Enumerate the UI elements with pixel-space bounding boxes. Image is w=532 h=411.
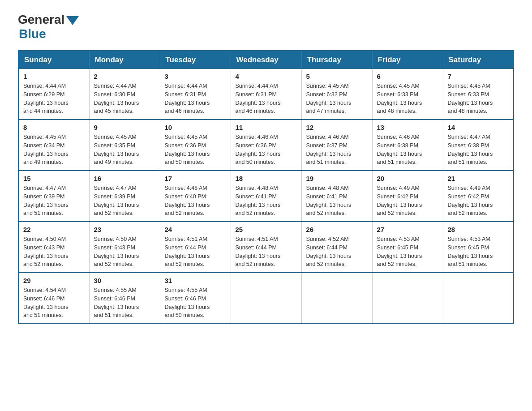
day-info: Sunrise: 4:45 AM Sunset: 6:33 PM Dayligh… (377, 82, 438, 116)
day-header-sunday: Sunday (18, 51, 89, 69)
day-number: 19 (306, 175, 368, 182)
calendar-cell: 9 Sunrise: 4:45 AM Sunset: 6:35 PM Dayli… (89, 120, 160, 171)
day-info: Sunrise: 4:44 AM Sunset: 6:30 PM Dayligh… (94, 82, 155, 116)
day-number: 20 (377, 175, 438, 182)
calendar-cell: 1 Sunrise: 4:44 AM Sunset: 6:29 PM Dayli… (18, 69, 89, 120)
day-info: Sunrise: 4:52 AM Sunset: 6:44 PM Dayligh… (306, 235, 368, 269)
day-number: 6 (377, 73, 438, 80)
calendar-cell (301, 273, 372, 324)
calendar-cell: 22 Sunrise: 4:50 AM Sunset: 6:43 PM Dayl… (18, 222, 89, 273)
calendar-cell: 26 Sunrise: 4:52 AM Sunset: 6:44 PM Dayl… (301, 222, 372, 273)
logo: General Blue (18, 13, 79, 41)
calendar-week-row: 22 Sunrise: 4:50 AM Sunset: 6:43 PM Dayl… (18, 222, 514, 273)
day-info: Sunrise: 4:50 AM Sunset: 6:43 PM Dayligh… (94, 235, 155, 269)
day-info: Sunrise: 4:44 AM Sunset: 6:29 PM Dayligh… (23, 82, 85, 116)
calendar-cell: 25 Sunrise: 4:51 AM Sunset: 6:44 PM Dayl… (231, 222, 301, 273)
calendar-cell: 30 Sunrise: 4:55 AM Sunset: 6:46 PM Dayl… (89, 273, 160, 324)
calendar-cell (231, 273, 301, 324)
day-info: Sunrise: 4:49 AM Sunset: 6:42 PM Dayligh… (377, 184, 438, 218)
day-number: 1 (23, 73, 85, 80)
day-info: Sunrise: 4:45 AM Sunset: 6:36 PM Dayligh… (165, 133, 226, 167)
calendar-cell: 13 Sunrise: 4:46 AM Sunset: 6:38 PM Dayl… (372, 120, 443, 171)
calendar-table: SundayMondayTuesdayWednesdayThursdayFrid… (18, 50, 514, 324)
day-info: Sunrise: 4:47 AM Sunset: 6:39 PM Dayligh… (94, 184, 155, 218)
day-number: 28 (448, 226, 509, 233)
day-header-saturday: Saturday (443, 51, 514, 69)
day-info: Sunrise: 4:46 AM Sunset: 6:38 PM Dayligh… (377, 133, 438, 167)
calendar-cell: 20 Sunrise: 4:49 AM Sunset: 6:42 PM Dayl… (372, 171, 443, 222)
day-number: 29 (23, 277, 85, 284)
day-info: Sunrise: 4:44 AM Sunset: 6:31 PM Dayligh… (236, 82, 297, 116)
day-number: 15 (23, 175, 85, 182)
day-number: 26 (306, 226, 368, 233)
day-info: Sunrise: 4:46 AM Sunset: 6:37 PM Dayligh… (306, 133, 368, 167)
day-number: 3 (165, 73, 226, 80)
calendar-cell: 29 Sunrise: 4:54 AM Sunset: 6:46 PM Dayl… (18, 273, 89, 324)
logo-blue-text: Blue (19, 27, 46, 41)
calendar-cell: 21 Sunrise: 4:49 AM Sunset: 6:42 PM Dayl… (443, 171, 514, 222)
day-info: Sunrise: 4:47 AM Sunset: 6:39 PM Dayligh… (23, 184, 85, 218)
day-number: 21 (448, 175, 509, 182)
day-number: 14 (448, 124, 509, 131)
calendar-week-row: 1 Sunrise: 4:44 AM Sunset: 6:29 PM Dayli… (18, 69, 514, 120)
day-number: 24 (165, 226, 226, 233)
day-info: Sunrise: 4:54 AM Sunset: 6:46 PM Dayligh… (23, 286, 85, 320)
day-number: 17 (165, 175, 226, 182)
day-number: 13 (377, 124, 438, 131)
day-info: Sunrise: 4:51 AM Sunset: 6:44 PM Dayligh… (236, 235, 297, 269)
day-number: 8 (23, 124, 85, 131)
day-info: Sunrise: 4:45 AM Sunset: 6:35 PM Dayligh… (94, 133, 155, 167)
day-number: 5 (306, 73, 368, 80)
day-info: Sunrise: 4:48 AM Sunset: 6:41 PM Dayligh… (236, 184, 297, 218)
day-number: 30 (94, 277, 155, 284)
day-number: 23 (94, 226, 155, 233)
day-info: Sunrise: 4:55 AM Sunset: 6:46 PM Dayligh… (165, 286, 226, 320)
calendar-week-row: 15 Sunrise: 4:47 AM Sunset: 6:39 PM Dayl… (18, 171, 514, 222)
calendar-cell: 10 Sunrise: 4:45 AM Sunset: 6:36 PM Dayl… (160, 120, 231, 171)
day-number: 31 (165, 277, 226, 284)
day-info: Sunrise: 4:48 AM Sunset: 6:41 PM Dayligh… (306, 184, 368, 218)
calendar-cell: 15 Sunrise: 4:47 AM Sunset: 6:39 PM Dayl… (18, 171, 89, 222)
calendar-cell: 5 Sunrise: 4:45 AM Sunset: 6:32 PM Dayli… (301, 69, 372, 120)
day-number: 10 (165, 124, 226, 131)
day-info: Sunrise: 4:45 AM Sunset: 6:34 PM Dayligh… (23, 133, 85, 167)
day-info: Sunrise: 4:46 AM Sunset: 6:36 PM Dayligh… (236, 133, 297, 167)
calendar-cell: 23 Sunrise: 4:50 AM Sunset: 6:43 PM Dayl… (89, 222, 160, 273)
day-number: 22 (23, 226, 85, 233)
day-number: 16 (94, 175, 155, 182)
calendar-cell: 3 Sunrise: 4:44 AM Sunset: 6:31 PM Dayli… (160, 69, 231, 120)
calendar-cell: 16 Sunrise: 4:47 AM Sunset: 6:39 PM Dayl… (89, 171, 160, 222)
day-number: 18 (236, 175, 297, 182)
calendar-cell: 14 Sunrise: 4:47 AM Sunset: 6:38 PM Dayl… (443, 120, 514, 171)
calendar-cell: 17 Sunrise: 4:48 AM Sunset: 6:40 PM Dayl… (160, 171, 231, 222)
day-number: 4 (236, 73, 297, 80)
calendar-cell: 6 Sunrise: 4:45 AM Sunset: 6:33 PM Dayli… (372, 69, 443, 120)
days-header-row: SundayMondayTuesdayWednesdayThursdayFrid… (18, 51, 514, 69)
day-info: Sunrise: 4:51 AM Sunset: 6:44 PM Dayligh… (165, 235, 226, 269)
calendar-cell: 12 Sunrise: 4:46 AM Sunset: 6:37 PM Dayl… (301, 120, 372, 171)
calendar-cell: 31 Sunrise: 4:55 AM Sunset: 6:46 PM Dayl… (160, 273, 231, 324)
day-header-monday: Monday (89, 51, 160, 69)
calendar-cell: 4 Sunrise: 4:44 AM Sunset: 6:31 PM Dayli… (231, 69, 301, 120)
day-info: Sunrise: 4:44 AM Sunset: 6:31 PM Dayligh… (165, 82, 226, 116)
calendar-cell: 18 Sunrise: 4:48 AM Sunset: 6:41 PM Dayl… (231, 171, 301, 222)
page-header: General Blue (18, 13, 514, 41)
day-number: 11 (236, 124, 297, 131)
calendar-cell: 2 Sunrise: 4:44 AM Sunset: 6:30 PM Dayli… (89, 69, 160, 120)
day-number: 9 (94, 124, 155, 131)
day-number: 7 (448, 73, 509, 80)
day-info: Sunrise: 4:55 AM Sunset: 6:46 PM Dayligh… (94, 286, 155, 320)
day-number: 12 (306, 124, 368, 131)
calendar-cell (443, 273, 514, 324)
calendar-cell: 28 Sunrise: 4:53 AM Sunset: 6:45 PM Dayl… (443, 222, 514, 273)
calendar-cell: 24 Sunrise: 4:51 AM Sunset: 6:44 PM Dayl… (160, 222, 231, 273)
day-info: Sunrise: 4:50 AM Sunset: 6:43 PM Dayligh… (23, 235, 85, 269)
day-header-tuesday: Tuesday (160, 51, 231, 69)
calendar-week-row: 8 Sunrise: 4:45 AM Sunset: 6:34 PM Dayli… (18, 120, 514, 171)
day-number: 2 (94, 73, 155, 80)
calendar-cell: 8 Sunrise: 4:45 AM Sunset: 6:34 PM Dayli… (18, 120, 89, 171)
day-info: Sunrise: 4:53 AM Sunset: 6:45 PM Dayligh… (377, 235, 438, 269)
day-info: Sunrise: 4:47 AM Sunset: 6:38 PM Dayligh… (448, 133, 509, 167)
logo-arrow-icon (66, 16, 79, 25)
day-number: 27 (377, 226, 438, 233)
